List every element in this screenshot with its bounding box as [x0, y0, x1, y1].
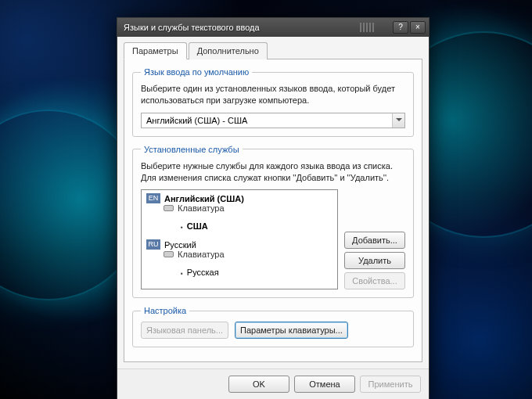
group-settings-legend: Настройка — [141, 306, 189, 315]
services-tree[interactable]: EN Английский (США) Клавиатура США — [141, 189, 338, 289]
service-buttons: Добавить... Удалить Свойства... — [344, 189, 405, 289]
dialog-footer: OK Отмена Применить — [117, 368, 429, 399]
dialog-window: Языки и службы текстового ввода ? × Пара… — [117, 17, 430, 399]
group-default-language: Язык ввода по умолчанию Выберите один из… — [132, 67, 414, 137]
client-area: Параметры Дополнительно Язык ввода по ум… — [117, 37, 429, 368]
default-language-combo[interactable]: Английский (США) - США — [141, 113, 405, 128]
tree-lang-ru[interactable]: RU Русский Клавиатура Русская — [146, 239, 332, 277]
language-bar-button: Языковая панель... — [141, 322, 228, 339]
tab-strip: Параметры Дополнительно — [124, 41, 422, 59]
group-installed-services: Установленные службы Выберите нужные слу… — [132, 145, 414, 299]
titlebar-grip — [360, 23, 391, 32]
lang-name-en: Английский (США) — [164, 194, 244, 203]
window-title: Языки и службы текстового ввода — [124, 23, 360, 32]
lang-badge-ru: RU — [146, 239, 160, 250]
help-button[interactable]: ? — [393, 21, 408, 34]
tab-parameters[interactable]: Параметры — [124, 42, 187, 59]
remove-button[interactable]: Удалить — [344, 252, 405, 269]
default-language-desc: Выберите один из установленных языков вв… — [141, 83, 405, 106]
ok-button[interactable]: OK — [228, 376, 289, 393]
keyboard-label-en: Клавиатура — [178, 203, 225, 213]
default-language-value: Английский (США) - США — [142, 116, 392, 125]
close-button[interactable]: × — [410, 21, 426, 34]
titlebar[interactable]: Языки и службы текстового ввода ? × — [117, 18, 429, 37]
properties-button: Свойства... — [344, 272, 405, 289]
lang-name-ru: Русский — [164, 240, 196, 250]
tree-lang-en[interactable]: EN Английский (США) Клавиатура США — [146, 193, 332, 231]
chevron-down-icon[interactable] — [392, 113, 404, 128]
keyboard-icon — [164, 251, 174, 257]
installed-services-desc: Выберите нужные службы для каждого языка… — [141, 160, 405, 184]
lang-badge-en: EN — [146, 193, 160, 203]
add-button[interactable]: Добавить... — [344, 232, 405, 249]
tab-page-parameters: Язык ввода по умолчанию Выберите один из… — [124, 59, 422, 362]
group-default-language-legend: Язык ввода по умолчанию — [141, 67, 252, 77]
cancel-button[interactable]: Отмена — [294, 376, 355, 393]
layout-en-us[interactable]: США — [181, 221, 332, 231]
keyboard-icon — [164, 205, 174, 211]
keyboard-label-ru: Клавиатура — [178, 250, 225, 259]
keyboard-settings-button[interactable]: Параметры клавиатуры... — [235, 322, 348, 339]
layout-ru[interactable]: Русская — [181, 268, 332, 277]
group-installed-services-legend: Установленные службы — [141, 145, 243, 154]
tab-advanced[interactable]: Дополнительно — [189, 42, 268, 59]
group-settings: Настройка Языковая панель... Параметры к… — [132, 306, 414, 347]
apply-button: Применить — [360, 376, 421, 393]
